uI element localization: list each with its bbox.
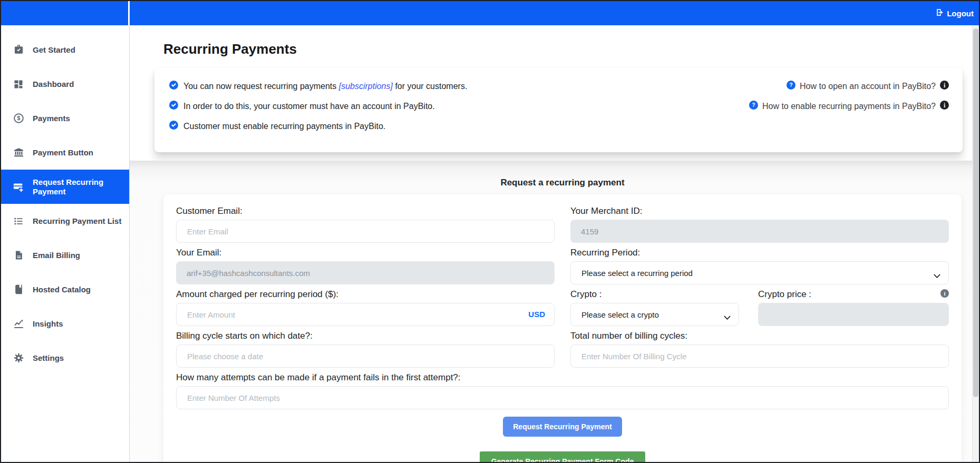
sidebar-item-label: Settings (33, 353, 64, 363)
dollar-circle-icon: $ (13, 113, 24, 124)
bullet-text: In order to do this, your customer must … (183, 102, 435, 111)
scrollbar-thumb[interactable] (973, 28, 978, 397)
svg-text:$: $ (17, 115, 20, 121)
info-bullet: In order to do this, your customer must … (169, 101, 467, 112)
sidebar-item-request-recurring-payment[interactable]: Request Recurring Payment (1, 170, 129, 204)
attempts-label: How many attempts can be made if a payme… (176, 372, 949, 383)
billing-cycles-group: Total number of billing cycles: (570, 331, 949, 368)
amount-label: Amount charged per recurring period ($): (176, 289, 555, 300)
subscriptions-link[interactable]: [subscirptions] (339, 82, 393, 91)
check-circle-icon (169, 121, 178, 132)
crypto-price-group: Crypto price : i (758, 289, 949, 326)
generate-form-code-button[interactable]: Generate Recurring Payment Form Code (480, 451, 646, 463)
card-plus-icon (13, 181, 24, 193)
crypto-group: Crypto : Please select a crypto (570, 289, 739, 326)
info-bullet: Customer must enable recurring payments … (169, 121, 467, 132)
crypto-price-input (758, 303, 949, 326)
topbar-main: Logout (130, 1, 979, 25)
bullet-text-pre: You can now request recurring payments (183, 82, 339, 91)
logout-button[interactable]: Logout (935, 8, 974, 18)
logout-icon (935, 8, 944, 18)
sidebar-item-payment-button[interactable]: Payment Button (1, 135, 129, 170)
sidebar-item-label: Dashboard (33, 80, 74, 89)
form-section: Request a recurring payment Customer Ema… (130, 161, 979, 463)
merchant-id-group: Your Merchant ID: (570, 206, 949, 243)
sidebar-item-insights[interactable]: Insights (1, 307, 129, 341)
sidebar-item-payments[interactable]: $ Payments (1, 101, 129, 135)
customer-email-group: Customer Email: (176, 206, 555, 243)
info-circle-icon[interactable]: i (940, 101, 949, 112)
sidebar-item-get-started[interactable]: Get Started (1, 33, 129, 67)
document-icon (13, 250, 24, 260)
sidebar-item-email-billing[interactable]: Email Billing (1, 238, 129, 272)
sidebar-item-label: Email Billing (33, 251, 80, 260)
gear-icon (13, 352, 24, 363)
crypto-select[interactable]: Please select a crypto (570, 303, 739, 326)
crypto-label: Crypto : (570, 289, 739, 300)
help-links: ? How to open an account in PayBito? i ? (749, 81, 949, 136)
sidebar-item-settings[interactable]: Settings (1, 341, 129, 375)
sidebar-item-label: Payment Button (33, 148, 93, 157)
amount-input[interactable] (176, 303, 555, 326)
your-email-group: Your Email: (176, 248, 555, 284)
your-email-input (176, 261, 555, 284)
sidebar-item-label: Payments (33, 114, 70, 123)
main-content: Recurring Payments You can now request r… (130, 25, 979, 462)
topbar: Logout (1, 1, 979, 25)
sidebar-item-label: Get Started (33, 45, 75, 55)
logout-label: Logout (947, 9, 974, 18)
question-circle-icon: ? (787, 81, 795, 92)
merchant-id-input (570, 220, 949, 243)
briefcase-check-icon (13, 44, 24, 55)
currency-label: USD (528, 310, 545, 319)
request-recurring-payment-button[interactable]: Request Recurring Payment (503, 417, 622, 437)
sidebar-item-label: Recurring Payment List (33, 216, 121, 226)
info-card: You can now request recurring payments [… (154, 68, 963, 152)
help-open-account-link[interactable]: ? How to open an account in PayBito? i (787, 81, 949, 92)
check-circle-icon (169, 101, 178, 112)
sidebar-item-dashboard[interactable]: Dashboard (1, 67, 129, 101)
sidebar-item-label: Hosted Catalog (33, 285, 91, 294)
dashboard-grid-icon (13, 79, 24, 90)
svg-text:i: i (944, 290, 945, 297)
attempts-input[interactable] (176, 386, 949, 409)
billing-cycles-label: Total number of billing cycles: (570, 331, 949, 341)
chart-icon (13, 318, 24, 329)
svg-text:?: ? (752, 102, 755, 108)
crypto-price-label: Crypto price : (758, 289, 811, 300)
attempts-group: How many attempts can be made if a payme… (176, 372, 949, 409)
billing-date-input[interactable] (176, 344, 555, 368)
help-link-label: How to enable recurring payments in PayB… (762, 102, 936, 111)
recurring-period-group: Recurring Period: Please select a recurr… (570, 248, 949, 284)
recurring-period-select[interactable]: Please select a recurring period (570, 261, 949, 284)
page-title: Recurring Payments (163, 41, 963, 57)
sidebar-item-recurring-payment-list[interactable]: Recurring Payment List (1, 204, 129, 238)
topbar-brand-area (1, 1, 130, 25)
info-bullet: You can now request recurring payments [… (169, 81, 467, 92)
sidebar: Get Started Dashboard $ Payments Payment… (1, 25, 130, 462)
info-circle-icon[interactable]: i (940, 81, 949, 92)
help-enable-recurring-link[interactable]: ? How to enable recurring payments in Pa… (749, 101, 949, 112)
vertical-scrollbar[interactable] (972, 25, 979, 462)
sidebar-item-hosted-catalog[interactable]: Hosted Catalog (1, 272, 129, 307)
body: Get Started Dashboard $ Payments Payment… (1, 25, 979, 462)
billing-date-label: Billing cycle starts on which date?: (176, 331, 555, 341)
billing-cycles-input[interactable] (570, 344, 949, 368)
check-circle-icon (169, 81, 178, 92)
customer-email-label: Customer Email: (176, 206, 555, 216)
customer-email-input[interactable] (176, 220, 555, 243)
svg-text:?: ? (789, 82, 792, 88)
your-email-label: Your Email: (176, 248, 555, 258)
main-top: Recurring Payments You can now request r… (130, 25, 979, 161)
form-title: Request a recurring payment (163, 178, 962, 188)
recurring-payment-form: Customer Email: Your Merchant ID: Your E… (163, 194, 962, 463)
amount-group: Amount charged per recurring period ($):… (176, 289, 555, 326)
sidebar-item-label: Insights (33, 319, 63, 329)
list-icon (13, 216, 24, 226)
bank-icon (13, 147, 24, 158)
book-icon (13, 284, 24, 294)
app-window: Logout Get Started Dashboard $ (0, 0, 980, 463)
bullet-text: Customer must enable recurring payments … (183, 122, 385, 131)
crypto-price-info-icon[interactable]: i (940, 289, 949, 300)
merchant-id-label: Your Merchant ID: (570, 206, 949, 216)
